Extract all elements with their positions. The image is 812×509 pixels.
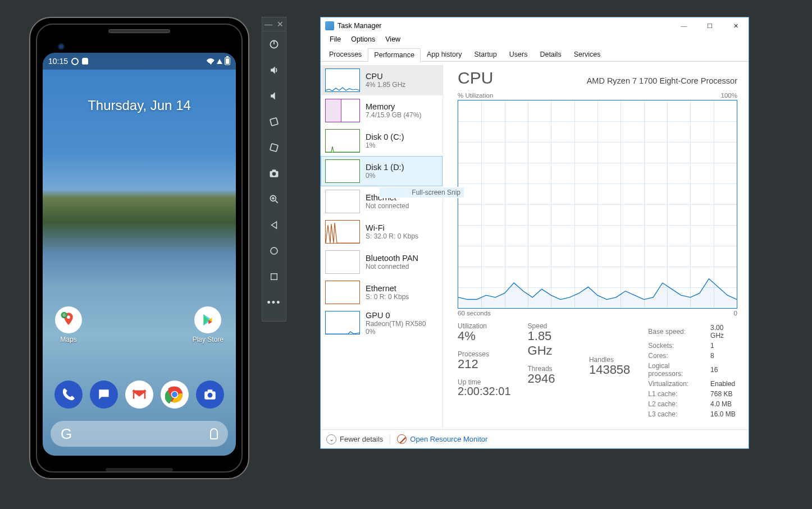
phone-camera: [57, 43, 65, 51]
mini-graph: [325, 281, 360, 304]
svg-point-7: [208, 393, 213, 398]
power-button[interactable]: [262, 31, 286, 57]
task-manager-footer: ⌄ Fewer details Open Resource Monitor: [321, 429, 749, 448]
rotate-left-button[interactable]: [262, 109, 286, 135]
cpu-utilization-graph[interactable]: [458, 100, 737, 309]
stat-utilization-value: 4%: [458, 329, 511, 343]
phone-screen[interactable]: 10:15 Thursday, Jun 14 G Maps: [43, 53, 236, 456]
graph-y-max: 100%: [721, 92, 737, 99]
battery-icon: [225, 57, 230, 65]
perf-tile-gpu-0[interactable]: GPU 0Radeon(TM) RX580 0%: [321, 308, 443, 339]
cpu-detail-row: Cores:8: [648, 351, 736, 360]
battery-saver-icon: [82, 58, 88, 65]
tab-performance[interactable]: Performance: [368, 48, 421, 62]
phone-bottom-speaker: [106, 468, 173, 471]
menu-options[interactable]: Options: [346, 34, 380, 46]
mini-graph: [325, 159, 360, 183]
tab-startup[interactable]: Startup: [468, 48, 503, 61]
android-emulator: 10:15 Thursday, Jun 14 G Maps: [29, 17, 249, 479]
minimize-emulator[interactable]: —: [264, 20, 272, 29]
menu-bar: File Options View: [321, 34, 749, 46]
svg-point-14: [272, 172, 276, 176]
mini-graph: [325, 220, 360, 244]
zoom-button[interactable]: [262, 186, 286, 212]
google-g-icon: G: [61, 425, 72, 443]
mini-graph: [325, 129, 360, 153]
cpu-detail-row: Sockets:1: [648, 341, 736, 350]
svg-point-5: [172, 392, 177, 397]
status-bar[interactable]: 10:15: [43, 53, 236, 70]
tab-details[interactable]: Details: [533, 48, 567, 61]
perf-tile-ethernet[interactable]: EthernetS: 0 R: 0 Kbps: [321, 277, 443, 308]
window-maximize-button[interactable]: ☐: [697, 17, 723, 34]
mini-graph: [325, 99, 360, 122]
perf-sidebar: Full-screen Snip CPU4% 1.85 GHzMemory7.4…: [321, 64, 443, 429]
perf-tile-bluetooth-pan[interactable]: Bluetooth PANNot connected: [321, 247, 443, 277]
status-time: 10:15: [48, 57, 68, 66]
perf-tile-disk-1-d-[interactable]: Disk 1 (D:)0%: [321, 156, 443, 186]
home-date[interactable]: Thursday, Jun 14: [43, 98, 236, 113]
perf-tile-disk-0-c-[interactable]: Disk 0 (C:)1%: [321, 126, 443, 156]
screenshot-button[interactable]: [262, 161, 286, 186]
task-manager-window: Task Manager — ☐ ✕ File Options View Pro…: [320, 17, 749, 449]
svg-rect-11: [270, 118, 278, 126]
overview-button[interactable]: [262, 264, 286, 290]
gmail-app[interactable]: [125, 380, 153, 409]
volume-up-button[interactable]: [262, 57, 286, 83]
phone-speaker: [108, 29, 170, 33]
chevron-down-icon: ⌄: [326, 434, 336, 444]
tab-bar: Processes Performance App history Startu…: [321, 48, 749, 62]
messages-app[interactable]: [90, 380, 118, 409]
phone-app[interactable]: [54, 380, 83, 409]
tile-sub: Radeon(TM) RX580 0%: [366, 320, 426, 336]
home-app-row: G Maps Play Store: [43, 306, 236, 343]
wifi-icon: [207, 58, 215, 65]
rotate-right-button[interactable]: [262, 135, 286, 161]
menu-view[interactable]: View: [381, 34, 405, 46]
back-button[interactable]: [262, 212, 286, 238]
tile-sub: 7.4/15.9 GB (47%): [366, 111, 421, 119]
window-close-button[interactable]: ✕: [723, 17, 749, 34]
resource-monitor-icon: [397, 434, 407, 444]
cpu-detail-row: L2 cache:4.0 MB: [648, 400, 736, 409]
window-titlebar[interactable]: Task Manager — ☐ ✕: [321, 17, 749, 34]
open-resource-monitor-link[interactable]: Open Resource Monitor: [397, 434, 487, 444]
mic-icon[interactable]: [210, 428, 218, 439]
chrome-app[interactable]: [161, 380, 189, 409]
task-manager-icon: [325, 21, 334, 30]
tile-sub: Not connected: [366, 263, 418, 270]
app-maps[interactable]: G Maps: [55, 306, 82, 343]
window-minimize-button[interactable]: —: [671, 17, 697, 34]
perf-details: CPU AMD Ryzen 7 1700 Eight-Core Processo…: [443, 64, 749, 429]
tile-title: Disk 0 (C:): [366, 132, 404, 141]
tile-title: Wi-Fi: [366, 223, 418, 232]
volume-down-button[interactable]: [262, 83, 286, 109]
stat-speed-value: 1.85 GHz: [528, 329, 572, 358]
more-button[interactable]: •••: [262, 290, 286, 315]
perf-tile-cpu[interactable]: CPU4% 1.85 GHz: [321, 65, 443, 95]
separator: [390, 434, 390, 444]
app-label: Maps: [60, 336, 76, 343]
svg-line-17: [276, 201, 278, 203]
menu-file[interactable]: File: [325, 34, 345, 46]
svg-point-0: [67, 315, 70, 319]
home-button[interactable]: [262, 238, 286, 264]
tab-app-history[interactable]: App history: [421, 48, 468, 61]
tile-title: GPU 0: [366, 311, 426, 320]
camera-app[interactable]: [196, 380, 224, 409]
app-play-store[interactable]: Play Store: [193, 306, 223, 343]
perf-tile-memory[interactable]: Memory7.4/15.9 GB (47%): [321, 95, 443, 126]
svg-rect-8: [208, 389, 213, 392]
tab-services[interactable]: Services: [568, 48, 607, 61]
tile-sub: Not connected: [366, 202, 409, 210]
perf-tile-wi-fi[interactable]: Wi-FiS: 32.0 R: 0 Kbps: [321, 217, 443, 247]
fewer-details-button[interactable]: ⌄ Fewer details: [326, 434, 383, 444]
tab-processes[interactable]: Processes: [323, 48, 368, 61]
cpu-detail-row: Logical processors:16: [648, 361, 736, 378]
tile-title: Disk 1 (D:): [366, 163, 404, 172]
settings-icon: [71, 58, 79, 65]
tab-users[interactable]: Users: [503, 48, 534, 61]
svg-text:G: G: [63, 313, 66, 317]
google-search-bar[interactable]: G: [51, 421, 228, 447]
close-emulator[interactable]: ✕: [277, 20, 284, 29]
